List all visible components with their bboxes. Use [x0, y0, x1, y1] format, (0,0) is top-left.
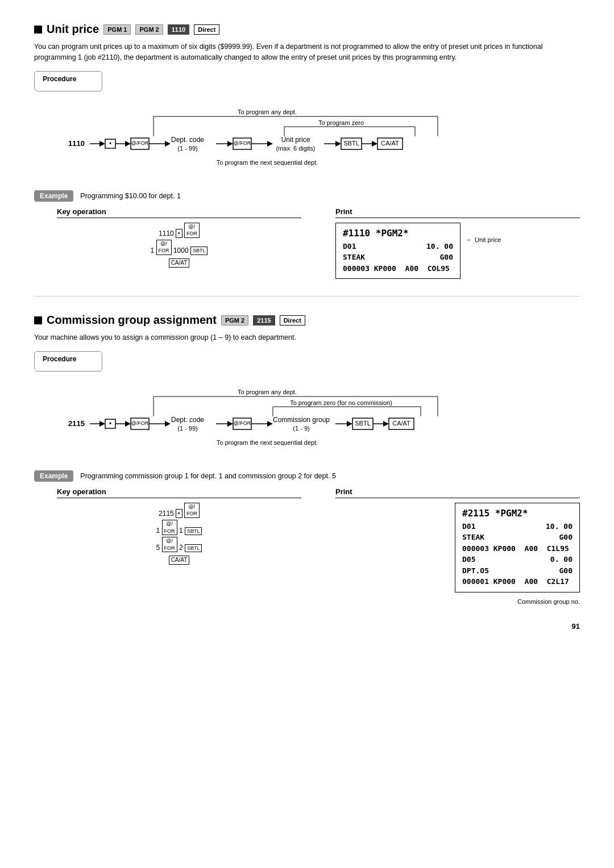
next-seq-label2: To program the next sequential dept. [217, 439, 318, 446]
for-text1: @/FOR [131, 140, 149, 146]
arrow3b [165, 421, 171, 427]
badge2-2115: 2115 [253, 315, 275, 326]
sbtl-text1: SBTL [343, 139, 359, 146]
receipt-d01: D01 [343, 241, 356, 252]
comm-range-text: (1 - 9) [293, 425, 309, 432]
arrow7b [383, 421, 389, 427]
key2-line-1: 2115 • @/FOR [57, 503, 301, 520]
section1-example-desc: Programming $10.00 for dept. 1 [80, 190, 181, 200]
receipt-1000: 10. 00 [426, 241, 453, 252]
section2-example-row: Example Programming commission group 1 f… [34, 470, 580, 482]
sbtl-btn2[interactable]: SBTL [185, 527, 202, 536]
key2-line-3: 5 @/FOR 2 SBTL [57, 537, 301, 554]
for-text2b: @/FOR [234, 420, 251, 426]
for-text1b: @/FOR [131, 420, 149, 426]
section1-procedure-label: Procedure [43, 75, 94, 83]
for-btn2b[interactable]: @/FOR [162, 520, 177, 535]
section1-receipt-line1: D01 10. 00 [343, 241, 453, 252]
section1-key-col: Key operation 1110 • @/FOR 1 @/FOR 1000 … [57, 207, 301, 279]
dot-btn[interactable]: • [176, 229, 182, 238]
section2-title-text: Commission group assignment [47, 314, 217, 327]
section2-receipt-line2: STEAK G00 [462, 532, 572, 543]
arrow6b [347, 421, 352, 427]
badge-1110: 1110 [168, 24, 189, 35]
arrow4 [227, 141, 233, 147]
for-btn3b[interactable]: @/FOR [162, 537, 177, 552]
receipt2-000: 0. 00 [550, 554, 572, 565]
arrow2 [125, 141, 131, 147]
receipt-kp000: 000003 KP000 A00 COL95 [343, 263, 450, 274]
badge2-direct: Direct [280, 315, 305, 326]
section1-receipt-header: #1110 *PGM2* [343, 228, 453, 239]
section1-receipt-line3: 000003 KP000 A00 COL95 [343, 263, 453, 274]
unit-price-annotation-label: Unit price [475, 236, 501, 243]
section1-key-header: Key operation [57, 207, 301, 218]
arrow1 [99, 141, 105, 147]
section2-key-content: 2115 • @/FOR 1 @/FOR 1 SBTL 5 @/FOR 2 SB… [57, 503, 301, 566]
for-btn1[interactable]: @/FOR [184, 223, 200, 238]
arrow7 [372, 141, 377, 147]
start-label: 1110 [68, 139, 85, 148]
section2-key-col: Key operation 2115 • @/FOR 1 @/FOR 1 SBT… [57, 487, 301, 605]
section2-procedure-label: Procedure [43, 355, 94, 363]
start-label2: 2115 [68, 419, 85, 428]
for-btn2[interactable]: @/FOR [156, 240, 172, 255]
receipt-steak: STEAK [343, 252, 365, 263]
receipt2-kp000a: 000003 KP000 A00 C1L95 [462, 543, 569, 554]
caat-text1: CA/AT [381, 139, 399, 146]
receipt2-1000: 10. 00 [546, 521, 572, 532]
for-text2: @/FOR [234, 140, 251, 146]
section2-diagram-svg: To program any dept. To program zero (fo… [51, 385, 563, 459]
comm-group-annotation-label: Commission group no. [517, 598, 580, 605]
arrow3 [165, 141, 171, 147]
section1-key-print: Key operation 1110 • @/FOR 1 @/FOR 1000 … [57, 207, 580, 279]
black-square-icon2 [34, 316, 42, 324]
black-square-icon [34, 26, 42, 34]
section2: Commission group assignment PGM 2 2115 D… [34, 314, 580, 605]
badge-direct: Direct [194, 24, 219, 35]
sbtl-btn1[interactable]: SBTL [190, 247, 208, 255]
section2-receipt-line3: 000003 KP000 A00 C1L95 [462, 543, 572, 554]
dept-range-text2: (1 - 99) [177, 425, 197, 432]
next-seq-label: To program the next sequential dept. [217, 159, 318, 166]
section1-procedure-box: Procedure [34, 71, 102, 91]
caat-btn2[interactable]: CA/AT [169, 556, 190, 565]
key2-line-2: 1 @/FOR 1 SBTL [57, 520, 301, 537]
section2-receipt-line4: D05 0. 00 [462, 554, 572, 565]
to-program-any-dept-label2: To program any dept. [238, 389, 297, 395]
dot-btn2[interactable]: • [176, 509, 182, 518]
dot-text: • [109, 140, 111, 148]
receipt-g00: G00 [440, 252, 453, 263]
badge2-pgm2: PGM 2 [221, 315, 248, 326]
section1-print-header: Print [335, 207, 580, 218]
sbtl-btn3[interactable]: SBTL [185, 544, 202, 553]
to-program-zero-label: To program zero [318, 119, 364, 126]
key2-line-4: CA/AT [57, 554, 301, 566]
section2-receipt: #2115 *PGM2* D01 10. 00 STEAK G00 000003… [455, 503, 580, 592]
caat-btn1[interactable]: CA/AT [169, 258, 190, 268]
section2-key-header: Key operation [57, 487, 301, 498]
section2-example-desc: Programming commission group 1 for dept.… [80, 470, 336, 480]
section2-procedure-box: Procedure [34, 351, 102, 372]
section1-receipt-line2: STEAK G00 [343, 252, 453, 263]
arrow5b [267, 421, 273, 427]
badge-pgm2: PGM 2 [135, 24, 163, 35]
arrow-unit-price: ← [466, 236, 472, 243]
section2-print-header: Print [335, 487, 580, 498]
section-divider [34, 296, 580, 297]
sbtl-text2: SBTL [355, 420, 371, 427]
section1: Unit price PGM 1 PGM 2 1110 Direct You c… [34, 23, 580, 279]
comm-group-annotation: Commission group no. [517, 598, 580, 605]
section1-example-badge: Example [34, 190, 73, 202]
section2-description: Your machine allows you to assign a comm… [34, 332, 580, 343]
section1-description: You can program unit prices up to a maxi… [34, 41, 580, 63]
section2-receipt-line1: D01 10. 00 [462, 521, 572, 532]
section1-diagram: To program any dept. To program zero 111… [34, 105, 580, 179]
badge-pgm1: PGM 1 [103, 24, 131, 35]
for-btn1b[interactable]: @/FOR [184, 503, 200, 518]
section2-example-badge: Example [34, 470, 73, 482]
arrow5 [267, 141, 273, 147]
receipt2-kp000b: 000001 KP000 A00 C2L17 [462, 576, 569, 587]
caat-text2: CA/AT [392, 420, 410, 427]
section1-title-text: Unit price [47, 23, 99, 36]
